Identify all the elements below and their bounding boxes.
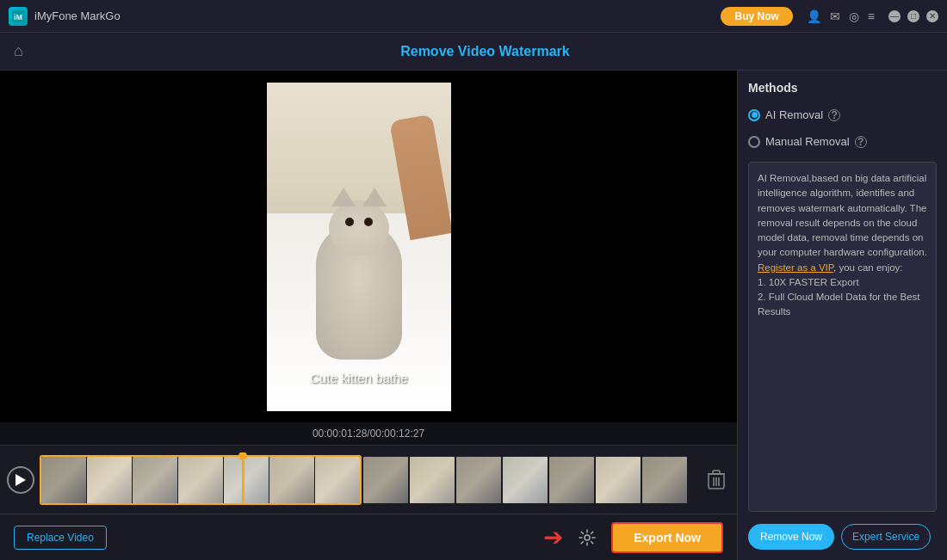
export-now-button[interactable]: Export Now (611, 522, 723, 553)
close-button[interactable]: ✕ (926, 10, 938, 22)
delete-button[interactable] (703, 466, 730, 494)
frame-thumb-9 (410, 457, 455, 503)
video-black-left (0, 83, 267, 410)
selected-frames (40, 455, 362, 505)
manual-removal-label: Manual Removal (765, 135, 850, 148)
frame-thumb-12 (549, 457, 594, 503)
frame-thumb-14 (642, 457, 687, 503)
remove-now-button[interactable]: Remove Now (748, 524, 834, 550)
home-icon[interactable]: ⌂ (14, 42, 23, 60)
top-nav: ⌂ Remove Video Watermark (0, 33, 947, 71)
description-box: AI Removal,based on big data artificial … (748, 162, 937, 512)
settings-button[interactable] (573, 524, 601, 551)
ai-removal-help-icon[interactable]: ? (828, 109, 840, 121)
page-title: Remove Video Watermark (37, 44, 933, 59)
timeline-track[interactable] (40, 452, 697, 508)
replace-video-button[interactable]: Replace Video (14, 526, 107, 550)
time-current: 00:00:01:28/00:00:12:27 (313, 428, 424, 440)
bottom-bar: Replace Video ➔ Export Now (0, 514, 737, 560)
svg-point-9 (585, 535, 590, 540)
user-icon[interactable]: 👤 (807, 9, 821, 23)
video-frame: Cute kitten bathe (267, 83, 451, 411)
methods-title: Methods (748, 81, 937, 95)
video-watermark: Cute kitten bathe (310, 371, 407, 385)
frame-thumb-4 (178, 457, 223, 503)
frame-thumb-10 (456, 457, 501, 503)
buy-now-button[interactable]: Buy Now (721, 7, 792, 26)
frame-thumb-13 (596, 457, 641, 503)
play-button[interactable] (7, 466, 34, 494)
circle-icon[interactable]: ◎ (849, 9, 859, 23)
gear-icon (579, 529, 596, 546)
main-content: Cute kitten bathe 00:00:01:28/00:00:12:2… (0, 71, 947, 560)
maximize-button[interactable]: □ (907, 10, 919, 22)
frame-thumb-6 (269, 457, 314, 503)
arrow-icon: ➔ (543, 523, 563, 551)
time-display: 00:00:01:28/00:00:12:27 (0, 422, 737, 445)
frame-thumb-8 (363, 457, 408, 503)
timeline-area (0, 445, 737, 514)
video-viewport: Cute kitten bathe (0, 71, 737, 422)
window-controls: — □ ✕ (888, 10, 938, 22)
frame-thumb-11 (503, 457, 548, 503)
svg-rect-5 (713, 471, 720, 474)
frame-thumb-5 (224, 457, 269, 503)
frame-thumb-1 (41, 457, 86, 503)
svg-marker-2 (15, 474, 26, 486)
svg-text:iM: iM (14, 13, 22, 22)
ai-removal-label: AI Removal (765, 108, 823, 121)
play-icon (15, 474, 26, 486)
video-area: Cute kitten bathe 00:00:01:28/00:00:12:2… (0, 71, 737, 560)
menu-icon[interactable]: ≡ (868, 9, 875, 23)
vip-link[interactable]: Register as a VIP (758, 262, 833, 273)
frame-thumb-3 (133, 457, 177, 503)
title-bar: iM iMyFone MarkGo Buy Now 👤 ✉ ◎ ≡ — □ ✕ (0, 0, 947, 33)
expert-service-button[interactable]: Expert Service (841, 524, 931, 550)
manual-removal-help-icon[interactable]: ? (855, 136, 867, 148)
description-text: AI Removal,based on big data artificial … (758, 173, 927, 257)
manual-removal-radio[interactable] (748, 136, 760, 148)
bottom-right: ➔ Export Now (543, 522, 723, 553)
right-panel: Methods AI Removal ? Manual Removal ? AI… (737, 71, 947, 560)
title-bar-icons: 👤 ✉ ◎ ≡ (807, 9, 875, 23)
video-canvas: Cute kitten bathe (0, 71, 737, 422)
playhead (242, 455, 244, 505)
minimize-button[interactable]: — (888, 10, 901, 22)
trash-icon (708, 470, 725, 490)
frame-thumb-7 (315, 457, 360, 503)
panel-bottom-buttons: Remove Now Expert Service (748, 524, 937, 550)
app-logo: iM (9, 7, 28, 26)
ai-removal-option[interactable]: AI Removal ? (748, 108, 937, 121)
manual-removal-option[interactable]: Manual Removal ? (748, 135, 937, 148)
mail-icon[interactable]: ✉ (830, 9, 840, 23)
app-name: iMyFone MarkGo (34, 9, 714, 22)
frame-thumb-2 (87, 457, 132, 503)
ai-removal-radio[interactable] (748, 109, 760, 121)
